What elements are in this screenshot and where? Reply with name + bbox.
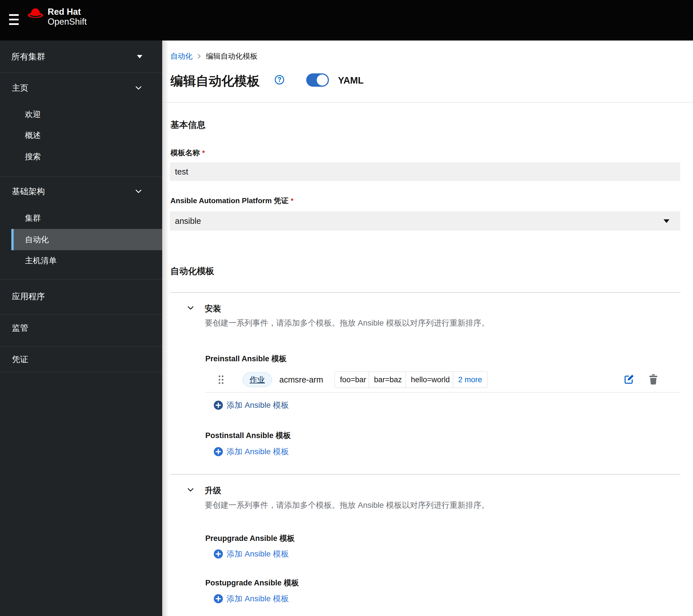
template-name-label: 模板名称* xyxy=(171,148,205,158)
yaml-toggle-label: YAML xyxy=(338,75,363,86)
help-glyph: ? xyxy=(277,76,281,84)
plus-circle-icon xyxy=(214,401,223,410)
brand-name: Red Hat xyxy=(48,7,87,17)
sidebar-item-automation-selected[interactable]: 自动化 xyxy=(11,229,162,250)
ansible-template-row: 作业 acmsre-arm foo=bar bar=baz hello=worl… xyxy=(205,367,680,392)
breadcrumb-separator-icon xyxy=(198,54,201,59)
sidebar-item-governance-label: 监管 xyxy=(12,323,28,332)
page-header-divider xyxy=(162,102,693,103)
extra-var-chip: hello=world xyxy=(405,371,455,388)
more-chips-link[interactable]: 2 more xyxy=(453,371,488,388)
breadcrumb-automation-link[interactable]: 自动化 xyxy=(171,51,193,61)
install-section-description: 要创建一系列事件，请添加多个模板。拖放 Ansible 模板以对序列进行重新排序… xyxy=(205,317,489,328)
preupgrade-heading: Preupgrade Ansible 模板 xyxy=(205,533,295,543)
template-name-input[interactable] xyxy=(170,162,680,181)
add-template-label: 添加 Ansible 模板 xyxy=(226,446,289,457)
redhat-fedora-icon xyxy=(27,7,44,19)
drag-handle-icon[interactable] xyxy=(218,375,224,385)
chevron-down-icon xyxy=(136,189,141,193)
cluster-selector-label: 所有集群 xyxy=(11,52,45,61)
sidebar-divider xyxy=(0,372,162,372)
caret-down-icon xyxy=(664,219,670,223)
add-postupgrade-template-link[interactable]: 添加 Ansible 模板 xyxy=(214,593,289,604)
add-preupgrade-template-link[interactable]: 添加 Ansible 模板 xyxy=(214,549,289,559)
upgrade-section-description: 要创建一系列事件，请添加多个模板。拖放 Ansible 模板以对序列进行重新排序… xyxy=(205,500,489,511)
sidebar-item-welcome-label: 欢迎 xyxy=(25,110,41,119)
sidebar-group-home-label: 主页 xyxy=(12,83,28,93)
credential-select-value: ansible xyxy=(175,217,201,226)
section-divider xyxy=(170,292,680,293)
brand-product: OpenShift xyxy=(48,17,87,27)
sidebar-item-overview[interactable]: 概述 xyxy=(0,125,162,146)
postinstall-heading: Postinstall Ansible 模板 xyxy=(205,430,291,440)
install-section-chevron-down-icon[interactable] xyxy=(187,306,194,310)
sidebar-item-applications-label: 应用程序 xyxy=(12,292,45,301)
section-divider xyxy=(170,474,680,475)
yaml-toggle-knob xyxy=(317,75,328,86)
extra-var-chip: bar=baz xyxy=(369,371,407,388)
page-title: 编辑自动化模板 xyxy=(171,73,260,89)
template-type-pill[interactable]: 作业 xyxy=(242,372,272,387)
sidebar-item-clusters[interactable]: 集群 xyxy=(0,208,162,229)
extra-var-chip: foo=bar xyxy=(335,371,372,388)
sidebar-divider xyxy=(0,73,162,73)
edit-icon[interactable] xyxy=(624,374,634,385)
sidebar-item-applications[interactable]: 应用程序 xyxy=(0,286,162,307)
sidebar-item-governance[interactable]: 监管 xyxy=(0,317,162,338)
add-template-label: 添加 Ansible 模板 xyxy=(226,593,289,604)
chevron-down-icon xyxy=(136,86,141,90)
upgrade-section-title: 升级 xyxy=(205,485,221,496)
template-name: acmsre-arm xyxy=(279,367,323,392)
openshift-console: Red Hat OpenShift 所有集群 主页 欢迎 概述 搜索 xyxy=(0,0,693,616)
add-postinstall-template-link[interactable]: 添加 Ansible 模板 xyxy=(214,446,289,457)
sidebar-group-home[interactable]: 主页 xyxy=(0,77,162,98)
hamburger-menu-icon[interactable] xyxy=(9,14,19,25)
add-preinstall-template-link[interactable]: 添加 Ansible 模板 xyxy=(214,400,289,411)
sidebar-item-automation-label: 自动化 xyxy=(25,235,49,244)
caret-down-icon xyxy=(137,55,142,58)
sidebar-nav: 所有集群 主页 欢迎 概述 搜索 基础架构 集 xyxy=(0,41,162,616)
sidebar-item-welcome[interactable]: 欢迎 xyxy=(0,104,162,125)
basic-info-heading: 基本信息 xyxy=(171,119,205,131)
required-asterisk: * xyxy=(291,197,294,205)
install-section-title: 安装 xyxy=(205,303,221,314)
breadcrumb: 自动化 编辑自动化模板 xyxy=(171,52,257,60)
upgrade-section-chevron-down-icon[interactable] xyxy=(187,488,194,492)
sidebar-item-credentials-label: 凭证 xyxy=(12,355,28,364)
required-asterisk: * xyxy=(202,149,205,157)
sidebar-divider xyxy=(0,314,162,315)
sidebar-item-overview-label: 概述 xyxy=(25,131,41,140)
add-template-label: 添加 Ansible 模板 xyxy=(226,400,289,411)
redhat-openshift-logo: Red Hat OpenShift xyxy=(27,7,87,27)
masthead: Red Hat OpenShift xyxy=(0,0,693,41)
add-template-label: 添加 Ansible 模板 xyxy=(226,549,289,559)
preinstall-heading: Preinstall Ansible 模板 xyxy=(205,354,287,364)
plus-circle-icon xyxy=(214,594,223,603)
sidebar-item-search-label: 搜索 xyxy=(25,152,41,161)
credential-label: Ansible Automation Platform 凭证* xyxy=(171,196,294,206)
template-name-label-text: 模板名称 xyxy=(171,148,200,157)
help-icon[interactable]: ? xyxy=(275,75,284,84)
sidebar-item-clusters-label: 集群 xyxy=(25,214,41,222)
yaml-toggle[interactable] xyxy=(306,74,329,87)
sidebar-item-credentials[interactable]: 凭证 xyxy=(0,349,162,370)
sidebar-shadow xyxy=(162,41,169,616)
sidebar-item-host-inventory[interactable]: 主机清单 xyxy=(0,250,162,271)
sidebar-divider xyxy=(0,279,162,280)
breadcrumb-current: 编辑自动化模板 xyxy=(206,51,257,61)
sidebar-divider xyxy=(0,346,162,347)
sidebar-item-search[interactable]: 搜索 xyxy=(0,146,162,167)
plus-circle-icon xyxy=(214,447,223,456)
credential-label-text: Ansible Automation Platform 凭证 xyxy=(171,197,289,205)
sidebar-item-host-inventory-label: 主机清单 xyxy=(25,256,57,265)
postupgrade-heading: Postupgrade Ansible 模板 xyxy=(205,578,299,588)
cluster-selector[interactable]: 所有集群 xyxy=(0,41,162,73)
sidebar-group-infrastructure-label: 基础架构 xyxy=(12,187,45,196)
sidebar-group-infrastructure[interactable]: 基础架构 xyxy=(0,181,162,202)
credential-select[interactable]: ansible xyxy=(170,211,680,231)
sidebar-divider xyxy=(0,177,162,177)
automation-templates-heading: 自动化模板 xyxy=(171,265,214,277)
trash-icon[interactable] xyxy=(649,374,658,385)
plus-circle-icon xyxy=(214,549,223,559)
